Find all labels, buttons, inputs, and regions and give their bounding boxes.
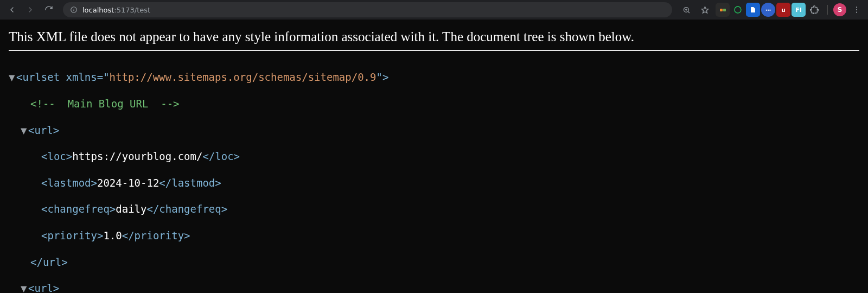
tag-open-url: <url> [28,124,59,136]
extensions-cluster: ⋯ u FI [716,2,822,17]
extension-icon[interactable]: ⋯ [761,3,775,17]
xml-viewer: This XML file does not appear to have an… [0,20,868,293]
tag-open-loc: <loc> [41,150,72,162]
text-lastmod: 2024-10-12 [97,177,159,189]
zoom-indicator[interactable] [679,2,694,17]
tag-open-urlset: <urlset xmlns=" [16,71,110,83]
extension-icon[interactable]: u [776,3,790,17]
url-text: localhost:5173/test [82,6,150,14]
url-host: localhost [82,6,114,14]
more-vert-icon [852,5,861,14]
zoom-icon [682,6,691,14]
xml-notice: This XML file does not appear to have an… [9,29,859,44]
tag-close-url: </url> [30,256,68,268]
extension-icon[interactable] [746,3,760,17]
reload-icon [44,5,53,14]
star-icon [701,6,709,14]
back-button[interactable] [4,2,20,17]
bookmark-button[interactable] [697,2,712,17]
svg-line-4 [688,11,690,13]
browser-toolbar: localhost:5173/test ⋯ u FI S [0,0,868,20]
xml-comment: <!-- Main Blog URL --> [30,98,180,110]
svg-point-8 [735,7,741,13]
tag-open-lastmod: <lastmod> [41,177,97,189]
extension-icon[interactable]: FI [792,3,806,17]
extension-icon[interactable] [731,3,745,17]
puzzle-icon [810,5,819,14]
attr-xmlns: http://www.sitemaps.org/schemas/sitemap/… [110,71,376,83]
profile-initial: S [838,6,843,14]
arrow-right-icon [26,5,35,14]
svg-point-11 [856,12,857,13]
expand-toggle[interactable]: ▼ [21,124,28,137]
extensions-button[interactable] [807,2,822,17]
arrow-left-icon [8,5,16,14]
text-loc: https://yourblog.com/ [72,150,202,162]
toolbar-separator [827,5,828,15]
xml-tree: ▼<urlset xmlns="http://www.sitemaps.org/… [9,58,859,293]
divider [9,50,859,51]
tag-close-priority: </priority> [122,230,190,241]
address-bar[interactable]: localhost:5173/test [63,2,672,17]
extension-icon[interactable] [716,3,730,17]
tag-close-changefreq: </changefreq> [146,203,227,215]
text-changefreq: daily [116,203,146,215]
kebab-menu[interactable] [850,3,864,17]
expand-toggle[interactable]: ▼ [9,71,16,84]
expand-toggle[interactable]: ▼ [21,282,28,293]
text-priority: 1.0 [103,230,122,241]
url-path: :5173/test [114,6,150,14]
profile-avatar[interactable]: S [833,3,846,16]
svg-point-9 [856,7,857,8]
tag-open-urlset-end: "> [376,71,388,83]
svg-point-10 [856,9,857,10]
tag-open-priority: <priority> [41,230,103,241]
svg-marker-7 [701,7,709,13]
reload-button[interactable] [41,2,56,17]
tag-open-changefreq: <changefreq> [41,203,116,215]
tag-open-url: <url> [28,282,59,293]
forward-button[interactable] [23,2,38,17]
site-info-icon[interactable] [69,5,78,14]
tag-close-loc: </loc> [202,150,240,162]
tag-close-lastmod: </lastmod> [159,177,221,189]
